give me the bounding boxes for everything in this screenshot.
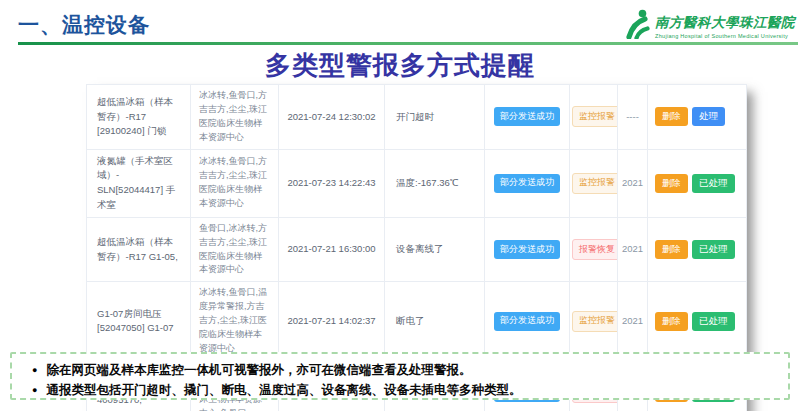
page-title: 多类型警报多方式提醒 (0, 48, 800, 83)
recipients-cell: 冰冰转,鱼骨口,温度异常警报,方吉吉方,尘尘,珠江医院临床生物样本资源中心 (191, 282, 279, 361)
actions-cell: 删除已处理 (648, 282, 747, 361)
note-text: 通报类型包括开门超时、撬门、断电、温度过高、设备离线、设备未插电等多种类型。 (46, 380, 521, 400)
alarm-content-cell: 开门超时 (385, 85, 485, 150)
table-row: 超低温冰箱（样本暂存）-R17 [29100240] 门锁冰冰转,鱼骨口,方吉吉… (87, 85, 747, 150)
send-status-badge: 部分发送成功 (494, 312, 560, 331)
alarm-type-cell: 监控报警 (570, 85, 618, 150)
actions-cell: 删除已处理 (648, 149, 747, 217)
note-line: ● 通报类型包括开门超时、撬门、断电、温度过高、设备离线、设备未插电等多种类型。 (26, 380, 774, 400)
alarm-time-cell: 2021-07-21 14:02:37 (279, 282, 385, 361)
send-status-badge: 部分发送成功 (494, 174, 560, 193)
alarm-content-cell: 设备离线了 (385, 217, 485, 282)
alarm-time-cell: 2021-07-23 14:22:43 (279, 149, 385, 217)
alarm-content-cell: 温度:-167.36℃ (385, 149, 485, 217)
device-name-cell: 超低温冰箱（样本暂存）-R17 [29100240] 门锁 (87, 85, 191, 150)
alarm-type-badge: 监控报警 (572, 311, 618, 332)
send-status-badge: 部分发送成功 (494, 107, 560, 126)
delete-button[interactable]: 删除 (655, 240, 688, 259)
section-title: 一、温控设备 (18, 11, 150, 39)
alarm-type-cell: 报警恢复 (570, 217, 618, 282)
handle-time-cell: ---- (618, 85, 648, 150)
summary-notes: ● 除在网页端及样本库监控一体机可视警报外，亦可在微信端查看及处理警报。 ● 通… (10, 352, 790, 400)
actions-cell: 删除已处理 (648, 217, 747, 282)
done-button[interactable]: 已处理 (692, 312, 735, 331)
device-name-cell: 超低温冰箱（样本暂存）-R17 G1-05, (87, 217, 191, 282)
alarm-type-cell: 监控报警 (570, 149, 618, 217)
handle-time-cell: 2021 (618, 282, 648, 361)
recipients-cell: 鱼骨口,冰冰转,方吉吉方,尘尘,珠江医院临床生物样本资源中心 (191, 217, 279, 282)
handle-time-cell: 2021 (618, 217, 648, 282)
device-name-cell: G1-07房间电压[52047050] G1-07 (87, 282, 191, 361)
alarm-type-badge: 监控报警 (572, 173, 618, 194)
bullet-icon: ● (32, 360, 37, 380)
actions-cell: 删除处理 (648, 85, 747, 150)
bullet-icon: ● (32, 380, 37, 400)
handle-time-cell: 2021 (618, 149, 648, 217)
hospital-name-en: Zhujiang Hospital of Southern Medical Un… (655, 33, 788, 39)
note-line: ● 除在网页端及样本库监控一体机可视警报外，亦可在微信端查看及处理警报。 (26, 360, 774, 380)
table-row: G1-07房间电压[52047050] G1-07冰冰转,鱼骨口,温度异常警报,… (87, 282, 747, 361)
alarm-time-cell: 2021-07-21 16:30:00 (279, 217, 385, 282)
send-status-cell: 部分发送成功 (485, 282, 570, 361)
done-button[interactable]: 已处理 (692, 240, 735, 259)
alarm-content-cell: 断电了 (385, 282, 485, 361)
device-name-cell: 液氮罐（手术室区域）-SLN[52044417] 手术室 (87, 149, 191, 217)
recipients-cell: 冰冰转,鱼骨口,方吉吉方,尘尘,珠江医院临床生物样本资源中心 (191, 149, 279, 217)
hospital-logo-icon (626, 9, 650, 43)
alarm-type-badge: 监控报警 (572, 106, 618, 127)
delete-button[interactable]: 删除 (655, 107, 688, 126)
delete-button[interactable]: 删除 (655, 312, 688, 331)
send-status-badge: 部分发送成功 (494, 240, 560, 259)
hospital-name-cn: 南方醫科大學珠江醫院 (655, 14, 795, 32)
delete-button[interactable]: 删除 (655, 174, 688, 193)
send-status-cell: 部分发送成功 (485, 85, 570, 150)
recipients-cell: 冰冰转,鱼骨口,方吉吉方,尘尘,珠江医院临床生物样本资源中心 (191, 85, 279, 150)
done-button[interactable]: 已处理 (692, 174, 735, 193)
alarm-type-cell: 监控报警 (570, 282, 618, 361)
alarm-time-cell: 2021-07-24 12:30:02 (279, 85, 385, 150)
process-button[interactable]: 处理 (692, 107, 725, 126)
hospital-logo: 南方醫科大學珠江醫院 Zhujiang Hospital of Southern… (626, 9, 795, 43)
alarm-type-badge: 报警恢复 (572, 239, 618, 260)
note-text: 除在网页端及样本库监控一体机可视警报外，亦可在微信端查看及处理警报。 (46, 360, 471, 380)
send-status-cell: 部分发送成功 (485, 217, 570, 282)
table-row: 超低温冰箱（样本暂存）-R17 G1-05,鱼骨口,冰冰转,方吉吉方,尘尘,珠江… (87, 217, 747, 282)
table-row: 液氮罐（手术室区域）-SLN[52044417] 手术室冰冰转,鱼骨口,方吉吉方… (87, 149, 747, 217)
send-status-cell: 部分发送成功 (485, 149, 570, 217)
